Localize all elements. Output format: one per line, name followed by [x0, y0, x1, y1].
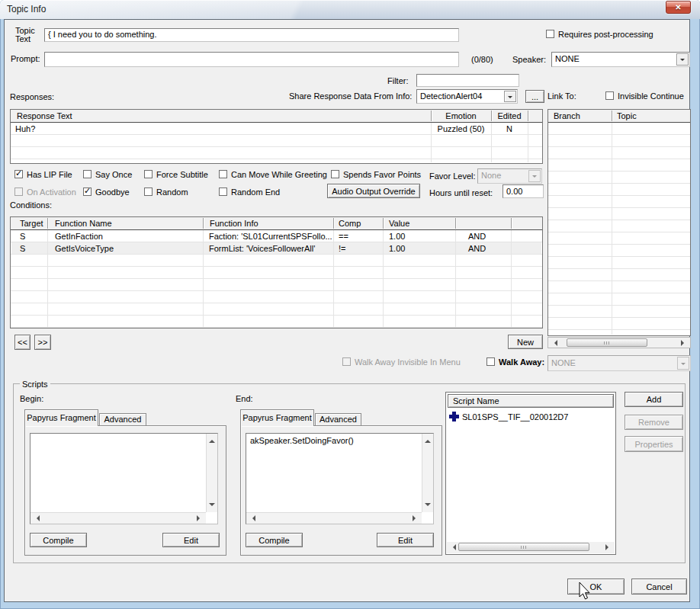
- close-button[interactable]: ✕: [666, 1, 691, 14]
- random-label: Random: [156, 188, 188, 197]
- script-list-item[interactable]: SL01SPS__TIF__020012D7: [462, 412, 568, 421]
- prompt-field[interactable]: [44, 52, 459, 67]
- goodbye-checkbox[interactable]: ✓: [83, 188, 92, 196]
- check-icon: ✓: [15, 168, 22, 178]
- link-to-table[interactable]: Branch Topic: [547, 109, 691, 336]
- hours-until-reset-field[interactable]: 0.00: [503, 184, 544, 198]
- requires-post-processing-checkbox[interactable]: [546, 30, 554, 38]
- col-comp[interactable]: Comp: [339, 219, 361, 228]
- response-row-edited[interactable]: N: [491, 124, 528, 133]
- end-compile-button[interactable]: Compile: [246, 533, 303, 547]
- horizontal-scrollbar[interactable]: [31, 512, 206, 524]
- invisible-continue-checkbox[interactable]: [605, 91, 614, 100]
- chevron-down-icon: [677, 357, 689, 370]
- conditions-table-header: Target Function Name Function Info Comp …: [11, 217, 542, 230]
- response-table[interactable]: Response Text Emotion Edited Huh? Puzzle…: [10, 109, 543, 164]
- dialog-body: Topic Text { I need you to do something.…: [4, 19, 690, 602]
- walk-away-invisible-checkbox: [342, 357, 351, 366]
- begin-compile-button[interactable]: Compile: [30, 533, 87, 547]
- end-tab-advanced[interactable]: Advanced: [315, 413, 361, 425]
- prompt-counter: (0/80): [471, 55, 493, 64]
- begin-fragment-textarea[interactable]: [30, 433, 218, 524]
- response-table-header: Response Text Emotion Edited: [11, 110, 542, 123]
- col-response-text[interactable]: Response Text: [17, 111, 72, 120]
- say-once-checkbox[interactable]: [83, 170, 92, 178]
- has-lip-file-label: Has LIP File: [27, 170, 72, 179]
- ok-button[interactable]: OK: [567, 579, 625, 595]
- next-button[interactable]: >>: [34, 335, 51, 350]
- cancel-button[interactable]: Cancel: [631, 579, 687, 595]
- mouse-cursor: [579, 582, 592, 602]
- begin-tab-papyrus-fragment[interactable]: Papyrus Fragment: [24, 409, 98, 426]
- prompt-label: Prompt:: [11, 54, 40, 63]
- col-function-info[interactable]: Function Info: [210, 219, 258, 228]
- filter-input[interactable]: [416, 74, 519, 87]
- can-move-while-greeting-checkbox[interactable]: [219, 170, 227, 178]
- spends-favor-points-checkbox[interactable]: [331, 170, 339, 178]
- responses-label: Responses:: [10, 92, 54, 101]
- walk-away-dropdown: NONE: [547, 355, 691, 371]
- chevron-down-icon: [528, 170, 541, 182]
- topic-info-window: Topic Info ✕ Topic Text { I need you to …: [0, 0, 700, 609]
- chevron-down-icon[interactable]: [676, 53, 689, 66]
- force-subtitle-checkbox[interactable]: [144, 170, 153, 178]
- col-function-name[interactable]: Function Name: [55, 219, 112, 228]
- col-emotion[interactable]: Emotion: [431, 111, 491, 120]
- favor-level-value: None: [481, 171, 501, 180]
- close-icon: ✕: [675, 4, 681, 11]
- new-button[interactable]: New: [508, 335, 543, 349]
- col-edited[interactable]: Edited: [491, 111, 528, 120]
- titlebar[interactable]: Topic Info ✕: [0, 0, 700, 19]
- end-fragment-textarea[interactable]: akSpeaker.SetDoingFavor(): [246, 433, 434, 524]
- col-value[interactable]: Value: [389, 219, 409, 228]
- random-end-label: Random End: [231, 188, 280, 197]
- properties-script-button[interactable]: Properties: [625, 436, 683, 452]
- col-topic[interactable]: Topic: [617, 111, 637, 120]
- add-script-button[interactable]: Add: [625, 392, 683, 407]
- response-row-emotion[interactable]: Puzzled (50): [431, 124, 491, 133]
- plus-icon: [449, 412, 459, 421]
- scripts-group-label: Scripts: [20, 380, 50, 389]
- walk-away-checkbox[interactable]: [486, 357, 495, 366]
- col-branch[interactable]: Branch: [554, 111, 580, 120]
- conditions-label: Conditions:: [10, 200, 52, 210]
- speaker-dropdown[interactable]: NONE: [551, 52, 690, 67]
- chevron-down-icon[interactable]: [504, 91, 516, 102]
- col-target[interactable]: Target: [20, 219, 43, 228]
- vertical-scrollbar[interactable]: [422, 434, 433, 512]
- random-end-checkbox[interactable]: [219, 188, 227, 196]
- random-checkbox[interactable]: [144, 188, 153, 196]
- has-lip-file-checkbox[interactable]: ✓: [14, 170, 23, 178]
- condition-row[interactable]: S: [20, 244, 25, 253]
- link-to-table-hscrollbar[interactable]: [547, 337, 691, 348]
- share-response-label: Share Response Data From Info:: [289, 91, 412, 101]
- script-list-hscrollbar[interactable]: [447, 542, 615, 553]
- response-row-text[interactable]: Huh?: [15, 124, 35, 133]
- filter-label: Filter:: [387, 76, 409, 85]
- prev-button[interactable]: <<: [14, 335, 31, 350]
- end-tab-papyrus-fragment[interactable]: Papyrus Fragment: [240, 409, 314, 426]
- audio-output-override-button[interactable]: Audio Output Override: [327, 184, 420, 198]
- begin-edit-button[interactable]: Edit: [162, 533, 220, 547]
- script-list[interactable]: Script Name SL01SPS__TIF__020012D7: [445, 392, 616, 555]
- topic-text-field[interactable]: { I need you to do something.: [44, 28, 459, 42]
- requires-post-processing-label: Requires post-processing: [558, 30, 653, 39]
- begin-label: Begin:: [20, 394, 43, 403]
- script-list-header[interactable]: Script Name: [448, 394, 614, 408]
- share-response-more-button[interactable]: ...: [525, 90, 544, 103]
- vertical-scrollbar[interactable]: [206, 434, 217, 512]
- can-move-while-greeting-label: Can Move While Greeting: [231, 170, 327, 179]
- horizontal-scrollbar[interactable]: [246, 512, 422, 524]
- end-label: End:: [236, 394, 253, 403]
- conditions-table[interactable]: Target Function Name Function Info Comp …: [10, 216, 543, 329]
- condition-row[interactable]: S: [20, 232, 25, 241]
- scrollbar-thumb[interactable]: [567, 338, 647, 347]
- end-edit-button[interactable]: Edit: [377, 533, 434, 547]
- scrollbar-thumb[interactable]: [458, 543, 589, 551]
- spends-favor-points-label: Spends Favor Points: [343, 170, 421, 179]
- share-response-dropdown[interactable]: DetectionAlert04: [416, 89, 518, 104]
- topic-text-label-line2: Text: [15, 34, 31, 43]
- link-to-label: Link To:: [547, 91, 576, 101]
- begin-tab-advanced[interactable]: Advanced: [99, 413, 146, 425]
- remove-script-button[interactable]: Remove: [625, 415, 683, 430]
